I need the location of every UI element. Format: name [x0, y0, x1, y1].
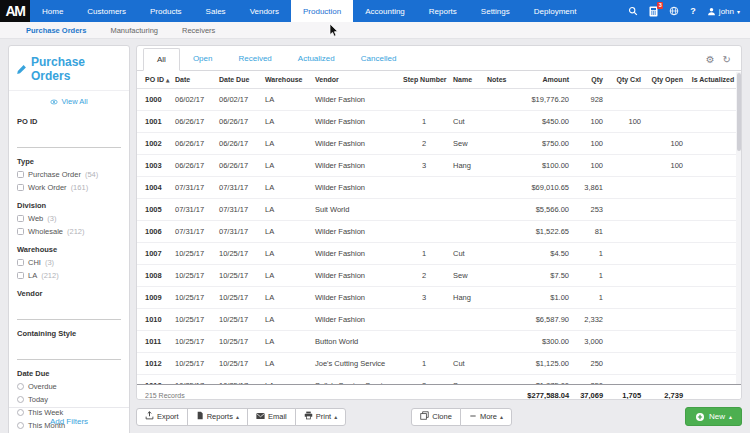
table-row-po-1009[interactable]: 100910/25/1710/25/17LAWilder Fashion3Han…: [137, 287, 741, 309]
checkbox[interactable]: [17, 228, 24, 235]
col-header-is-actualized[interactable]: Is Actualized: [687, 72, 739, 89]
filter-option-today[interactable]: Today: [17, 395, 121, 404]
col-header-step-number[interactable]: Step Number: [399, 72, 449, 89]
cell-name: Cut: [449, 243, 483, 265]
tab-cancelled[interactable]: Cancelled: [348, 48, 410, 70]
radio-button[interactable]: [17, 383, 24, 390]
cell-po: 1005: [137, 199, 171, 221]
table-row-po-1001[interactable]: 100106/26/1706/26/17LAWilder Fashion1Cut…: [137, 111, 741, 133]
tab-open[interactable]: Open: [180, 48, 226, 70]
table-row-po-1003[interactable]: 100306/26/1706/26/17LAWilder Fashion3Han…: [137, 155, 741, 177]
filter-option-la[interactable]: LA (212): [17, 271, 121, 280]
cell-qty-open: [645, 199, 687, 221]
col-header-date[interactable]: Date: [171, 72, 215, 89]
vendor-input[interactable]: [17, 307, 121, 320]
table-row-po-1006[interactable]: 100607/31/1707/31/17LAWilder Fashion$1,5…: [137, 221, 741, 243]
option-label: CHI: [28, 258, 41, 267]
total-qty-cxl: 1,705: [607, 385, 645, 399]
tab-actualized[interactable]: Actualized: [285, 48, 348, 70]
tab-received[interactable]: Received: [225, 48, 284, 70]
view-all-link[interactable]: View All: [9, 91, 129, 108]
filter-option-purchase-order[interactable]: Purchase Order (54): [17, 170, 121, 179]
table-row-po-1002[interactable]: 100206/26/1706/26/17LAWilder Fashion2Sew…: [137, 133, 741, 155]
col-header-po-id[interactable]: PO ID ▲: [137, 72, 171, 89]
filter-option-work-order[interactable]: Work Order (161): [17, 183, 121, 192]
topnav-item-products[interactable]: Products: [138, 0, 194, 22]
col-header-name[interactable]: Name: [449, 72, 483, 89]
topnav-item-vendors[interactable]: Vendors: [238, 0, 291, 22]
app-logo[interactable]: AM: [0, 0, 30, 22]
topnav-item-accounting[interactable]: Accounting: [353, 0, 417, 22]
vertical-scrollbar[interactable]: [736, 72, 741, 384]
filter-option-web[interactable]: Web (3): [17, 214, 121, 223]
table-row-po-1012[interactable]: 101210/25/1710/25/17LAJoe's Cutting Serv…: [137, 353, 741, 375]
subnav-item-receivers[interactable]: Receivers: [182, 26, 215, 35]
cell-po: 1004: [137, 177, 171, 199]
topnav-item-sales[interactable]: Sales: [194, 0, 238, 22]
cell-actualized: [687, 155, 739, 177]
filter-option-overdue[interactable]: Overdue: [17, 382, 121, 391]
checkbox[interactable]: [17, 259, 24, 266]
cell-notes: [483, 265, 513, 287]
table-row-po-1000[interactable]: 100006/02/1706/02/17LAWilder Fashion$19,…: [137, 89, 741, 111]
topnav-item-home[interactable]: Home: [30, 0, 75, 22]
col-header-date-due[interactable]: Date Due: [215, 72, 261, 89]
filter-option-chi[interactable]: CHI (3): [17, 258, 121, 267]
topnav-item-deployment[interactable]: Deployment: [522, 0, 589, 22]
subnav-item-manufacturing[interactable]: Manufacturing: [110, 26, 158, 35]
table-row-po-1011[interactable]: 101110/25/1710/25/17LAButton World$300.0…: [137, 331, 741, 353]
scrollbar-thumb[interactable]: [737, 73, 741, 151]
containing-style-input[interactable]: [17, 347, 121, 360]
topnav-item-production[interactable]: Production: [291, 0, 353, 22]
po-id-input[interactable]: [17, 135, 121, 148]
cell-actualized: [687, 199, 739, 221]
col-header-warehouse[interactable]: Warehouse: [261, 72, 311, 89]
new-button[interactable]: New ▴: [685, 407, 742, 426]
checkbox[interactable]: [17, 184, 24, 191]
clone-button[interactable]: Clone: [411, 408, 461, 426]
print-button[interactable]: Print▴: [295, 408, 346, 426]
col-header-qty-cxl[interactable]: Qty Cxl: [607, 72, 645, 89]
reports-button[interactable]: Reports▴: [187, 408, 248, 426]
tab-all[interactable]: All: [143, 48, 180, 71]
gear-icon[interactable]: ⚙: [706, 55, 715, 65]
cell-actualized: [687, 331, 739, 353]
table-row-po-1008[interactable]: 100810/25/1710/25/17LAWilder Fashion2Sew…: [137, 265, 741, 287]
cell-wh: LA: [261, 375, 311, 385]
globe-icon[interactable]: [669, 6, 679, 16]
cell-name: [449, 89, 483, 111]
col-header-qty[interactable]: Qty: [573, 72, 607, 89]
cell-date: 10/25/17: [171, 309, 215, 331]
table-row-po-1007[interactable]: 100710/25/1710/25/17LAWilder Fashion1Cut…: [137, 243, 741, 265]
col-header-vendor[interactable]: Vendor: [311, 72, 399, 89]
checkbox[interactable]: [17, 215, 24, 222]
refresh-icon[interactable]: ↻: [723, 55, 731, 65]
radio-button[interactable]: [17, 396, 24, 403]
email-button[interactable]: Email: [247, 408, 296, 426]
export-button[interactable]: Export: [136, 408, 188, 426]
user-menu[interactable]: john ▾: [707, 7, 740, 16]
help-icon[interactable]: ?: [690, 6, 696, 16]
cell-amount: $450.00: [513, 111, 573, 133]
table-row-po-1013[interactable]: 101310/25/1710/25/17LASally's Sewing Ser…: [137, 375, 741, 385]
table-row-po-1004[interactable]: 100407/31/1707/31/17LAWilder Fashion$69,…: [137, 177, 741, 199]
col-header-notes[interactable]: Notes: [483, 72, 513, 89]
table-row-po-1010[interactable]: 101010/25/1710/25/17LAWilder Fashion$6,5…: [137, 309, 741, 331]
cell-step: [399, 309, 449, 331]
add-filters-link[interactable]: Add Filters: [9, 407, 129, 426]
calculator-icon[interactable]: 3: [649, 6, 658, 17]
topnav-item-customers[interactable]: Customers: [75, 0, 138, 22]
table-row-po-1005[interactable]: 100507/31/1707/31/17LASuit World$5,566.0…: [137, 199, 741, 221]
topnav-item-reports[interactable]: Reports: [417, 0, 469, 22]
cell-po: 1012: [137, 353, 171, 375]
filter-option-wholesale[interactable]: Wholesale (212): [17, 227, 121, 236]
cell-po: 1011: [137, 331, 171, 353]
col-header-qty-open[interactable]: Qty Open: [645, 72, 687, 89]
more-button[interactable]: More▴: [460, 408, 512, 426]
checkbox[interactable]: [17, 171, 24, 178]
col-header-amount[interactable]: Amount: [513, 72, 573, 89]
subnav-item-purchase-orders[interactable]: Purchase Orders: [26, 26, 86, 35]
topnav-item-settings[interactable]: Settings: [469, 0, 522, 22]
search-icon[interactable]: [628, 6, 638, 16]
checkbox[interactable]: [17, 272, 24, 279]
